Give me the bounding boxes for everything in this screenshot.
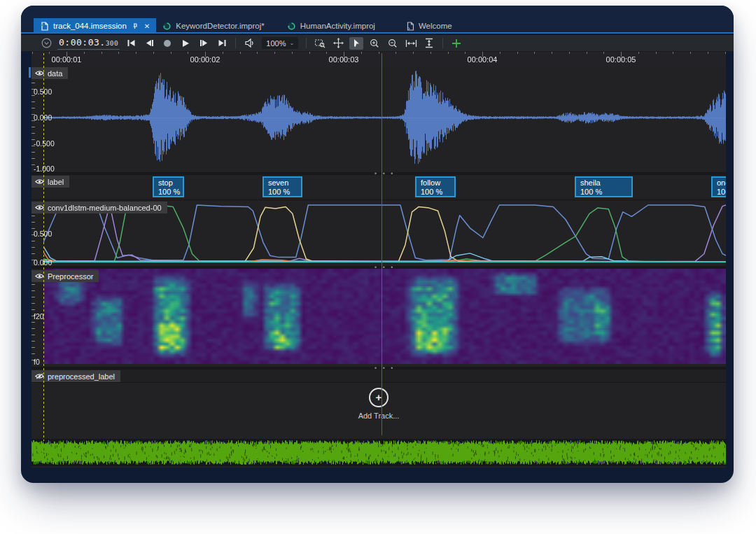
skip-start-icon[interactable] [124, 37, 138, 50]
speaker-icon[interactable] [242, 37, 256, 50]
track-header-model[interactable]: conv1dlstm-medium-balanced-00 [31, 202, 167, 213]
session-file-icon [40, 22, 49, 31]
pan-icon[interactable] [331, 37, 345, 50]
fit-height-icon[interactable] [422, 37, 436, 50]
segment-text: seven [268, 178, 301, 188]
segment-confidence: 100 % [717, 188, 726, 197]
step-back-icon[interactable] [142, 37, 156, 50]
timeline-ruler[interactable]: 00:00:0100:00:0200:00:0300:00:0400:00:05 [31, 52, 726, 67]
waveform-track-canvas[interactable] [43, 67, 726, 172]
fit-width-icon[interactable] [404, 37, 418, 50]
app-window: track_044.imsession ✕ KeywordDetector.im… [21, 6, 734, 483]
segment-text: stop [158, 178, 183, 188]
dropdown-circle-icon[interactable] [39, 37, 53, 50]
label-segment[interactable]: seven100 % [262, 176, 302, 197]
segment-confidence: 100 % [580, 188, 631, 197]
track-header-preprocessor[interactable]: Preprocessor [31, 270, 99, 282]
axis-tick-label: f0 [34, 358, 40, 366]
ruler-label: 00:00:03 [329, 55, 359, 64]
segment-confidence: 100 % [158, 188, 183, 197]
pointer-tool-icon[interactable] [349, 37, 363, 50]
close-icon[interactable]: ✕ [144, 22, 150, 30]
record-icon[interactable] [160, 37, 174, 50]
ruler-label: 00:00:04 [468, 55, 498, 64]
label-segment[interactable]: follow100 % [415, 176, 456, 197]
toolbar-separator [306, 38, 307, 48]
selected-track-indicator [29, 67, 31, 78]
play-icon[interactable] [178, 37, 192, 50]
session-editor: 00:00:0100:00:0200:00:0300:00:0400:00:05… [31, 52, 726, 468]
label-segment[interactable]: sheila100 % [575, 176, 633, 197]
segment-text: one [717, 178, 726, 188]
track-header-data[interactable]: data [31, 67, 68, 79]
track-divider[interactable] [31, 199, 726, 201]
project-icon [162, 22, 172, 31]
transport-toolbar: 0:00:03.300 100%⌄ [21, 35, 734, 52]
divider-handle[interactable]: • • • [374, 365, 395, 372]
zoom-level-select[interactable]: 100%⌄ [262, 37, 298, 49]
pin-icon[interactable] [131, 22, 139, 30]
track-name: data [48, 69, 62, 78]
divider-handle[interactable]: • • • [374, 264, 395, 271]
axis-tick-label: f20 [34, 312, 44, 321]
ruler-label: 00:00:05 [606, 55, 636, 64]
tab-welcome[interactable]: Welcome [400, 18, 458, 34]
ruler-label: 00:00:02 [190, 55, 220, 64]
ruler-label: 00:00:01 [52, 55, 82, 64]
playhead-line[interactable] [382, 53, 382, 435]
tab-label: Welcome [419, 22, 452, 30]
document-icon [406, 22, 414, 31]
spectrogram-canvas[interactable] [43, 269, 726, 364]
add-track-label: Add Track... [31, 412, 726, 420]
add-track-button[interactable]: + Add Track... [31, 388, 726, 420]
tab-bar: track_044.imsession ✕ KeywordDetector.im… [21, 6, 734, 34]
tab-human-activity[interactable]: HumanActivity.improj [281, 18, 382, 34]
tab-label: KeywordDetector.improj* [176, 22, 265, 30]
zoom-in-icon[interactable] [368, 37, 382, 50]
tab-label: HumanActivity.improj [300, 22, 375, 30]
chevron-down-icon: ⌄ [289, 40, 294, 46]
track-name: preprocessed_label [48, 372, 115, 381]
label-segment[interactable]: stop100 % [153, 176, 184, 197]
track-divider[interactable]: • • • [31, 172, 726, 175]
track-divider[interactable]: • • • [31, 266, 726, 269]
segment-text: sheila [580, 178, 631, 188]
time-display[interactable]: 0:00:03.300 [57, 37, 120, 50]
marquee-zoom-icon[interactable] [313, 37, 327, 50]
project-icon [287, 22, 296, 31]
segment-confidence: 100 % [421, 188, 454, 197]
overview-minimap[interactable] [31, 439, 726, 466]
track-header-preprocessed-label[interactable]: preprocessed_label [31, 370, 120, 382]
toolbar-separator [442, 38, 443, 48]
tab-keyword-detector[interactable]: KeywordDetector.improj* [156, 18, 271, 34]
track-name: Preprocessor [48, 272, 93, 281]
track-divider[interactable]: • • • [31, 367, 726, 370]
skip-end-icon[interactable] [215, 37, 229, 50]
add-track-icon[interactable]: + [369, 388, 388, 407]
track-name: label [48, 178, 64, 186]
tab-label: track_044.imsession [53, 22, 127, 30]
track-header-label[interactable]: label [31, 176, 69, 188]
step-forward-icon[interactable] [197, 37, 211, 50]
segment-text: follow [421, 178, 454, 188]
tab-track-session[interactable]: track_044.imsession ✕ [34, 18, 156, 34]
divider-handle[interactable]: • • • [374, 170, 395, 177]
add-icon[interactable] [449, 37, 463, 50]
label-segment[interactable]: one100 % [711, 176, 726, 197]
zoom-out-icon[interactable] [386, 37, 400, 50]
segment-confidence: 100 % [268, 188, 301, 197]
toolbar-separator [235, 38, 236, 48]
track-name: conv1dlstm-medium-balanced-00 [48, 204, 162, 212]
edit-cursor-line[interactable] [43, 53, 44, 441]
